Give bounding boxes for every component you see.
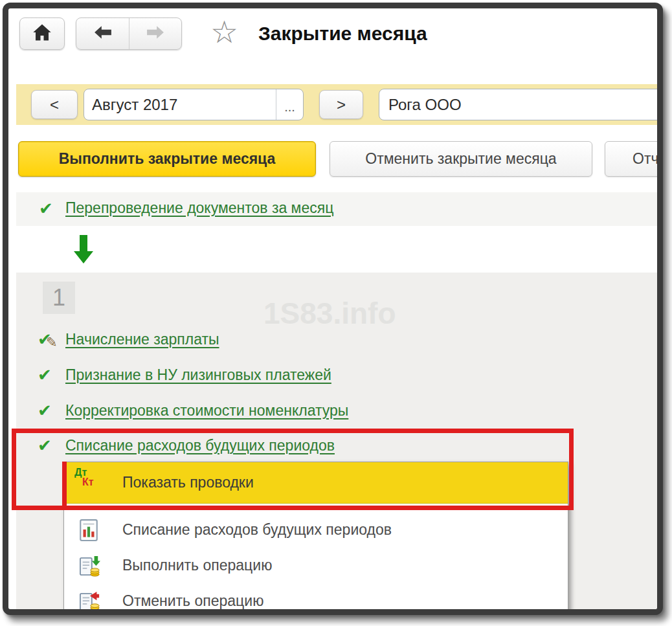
- operation-row-salary: ✔ ✎ Начисление зарплаты: [16, 328, 657, 354]
- check-icon: ✔: [38, 402, 52, 419]
- pencil-icon: ✎: [46, 335, 58, 350]
- check-icon: ✔: [39, 200, 53, 217]
- dt-kt-icon: Дт Кт: [74, 467, 106, 498]
- check-icon: ✔: [38, 366, 52, 383]
- reposting-link[interactable]: Перепроведение документов за месяц: [65, 199, 333, 217]
- run-month-closing-button[interactable]: Выполнить закрытие месяца: [18, 141, 316, 177]
- operation-row-leasing: ✔ Признание в НУ лизинговых платежей: [16, 364, 657, 390]
- cancel-month-closing-button[interactable]: Отменить закрытие месяца: [330, 141, 592, 177]
- menu-item-label: Списание расходов будущих периодов: [122, 521, 392, 539]
- reposting-row: ✔ Перепроведение документов за месяц: [16, 192, 657, 226]
- forward-arrow-icon: [146, 25, 164, 42]
- operation-row-nomenclature: ✔ Корректировка стоимости номенклатуры: [16, 399, 657, 425]
- menu-item-cancel-operation[interactable]: Отменить операцию: [64, 584, 568, 615]
- reports-button-clipped[interactable]: Отч: [605, 141, 663, 177]
- next-month-button[interactable]: >: [319, 90, 363, 119]
- organization-input[interactable]: [379, 89, 663, 120]
- back-arrow-icon: [94, 25, 112, 42]
- operation-link[interactable]: Списание расходов будущих периодов: [65, 437, 335, 454]
- page-title: Закрытие месяца: [258, 23, 427, 45]
- month-input[interactable]: [84, 89, 276, 120]
- menu-item-label: Выполнить операцию: [122, 557, 272, 574]
- check-icon: ✔: [38, 399, 63, 423]
- forward-button[interactable]: [129, 18, 181, 49]
- home-button[interactable]: [19, 17, 65, 50]
- kt-label: Кт: [82, 477, 106, 487]
- menu-item-show-postings[interactable]: Дт Кт Показать проводки: [64, 462, 568, 504]
- operation-row-deferred-expenses: ✔ Списание расходов будущих периодов: [16, 434, 657, 460]
- month-closing-window: ☆ Закрытие месяца < ... > Выполнить закр…: [3, 3, 663, 615]
- check-icon: ✔: [38, 434, 63, 458]
- execute-operation-icon: [80, 555, 100, 581]
- period-bar: < ... >: [16, 84, 657, 125]
- operation-link[interactable]: Признание в НУ лизинговых платежей: [65, 366, 331, 384]
- operation-link[interactable]: Корректировка стоимости номенклатуры: [65, 402, 348, 419]
- stage-number-badge: 1: [43, 282, 75, 314]
- cancel-operation-icon: [80, 590, 100, 615]
- context-menu: Дт Кт Показать проводки Списание расходо…: [63, 462, 568, 615]
- menu-item-execute-operation[interactable]: Выполнить операцию: [64, 548, 568, 583]
- check-icon: ✔: [38, 364, 63, 387]
- month-field: ...: [84, 89, 304, 120]
- month-picker-ellipsis-button[interactable]: ...: [276, 89, 303, 120]
- home-icon: [32, 23, 52, 44]
- report-icon: [80, 519, 98, 544]
- back-button[interactable]: [76, 18, 129, 49]
- check-pencil-icon: ✔ ✎: [38, 328, 63, 352]
- operation-link[interactable]: Начисление зарплаты: [65, 331, 219, 348]
- favorites-star-icon[interactable]: ☆: [210, 12, 238, 51]
- menu-item-deferred-expenses-report[interactable]: Списание расходов будущих периодов: [64, 513, 568, 548]
- watermark: 1S83.info: [263, 296, 396, 331]
- dt-label: Дт: [74, 467, 106, 477]
- history-nav-group: [76, 17, 182, 50]
- menu-item-label: Отменить операцию: [122, 592, 263, 610]
- organization-field: [379, 89, 663, 120]
- previous-month-button[interactable]: <: [31, 90, 78, 119]
- menu-item-label: Показать проводки: [122, 474, 254, 491]
- check-icon: ✔: [38, 437, 52, 454]
- flow-down-arrow-icon: [73, 234, 95, 267]
